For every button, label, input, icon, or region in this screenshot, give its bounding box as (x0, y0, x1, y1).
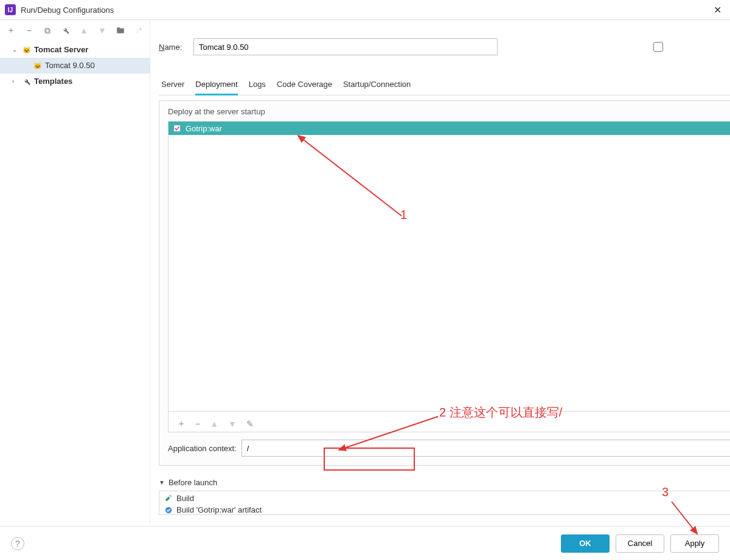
app-context-label: Application context: (168, 444, 237, 453)
tree-item-tomcat-server[interactable]: ⌄ 🐱 Tomcat Server (0, 42, 150, 58)
app-context-row: Application context: ▼ (159, 432, 730, 465)
main-area: ＋ − ⧉ ▲ ▼ ↓ª ⌄ 🐱 Tomcat Server 🐱 Tomcat … (0, 19, 730, 524)
close-icon[interactable]: ✕ (710, 3, 725, 17)
before-launch-item-label: Build (176, 494, 194, 503)
down-icon[interactable]: ▼ (97, 26, 107, 35)
config-tree: ⌄ 🐱 Tomcat Server 🐱 Tomcat 9.0.50 › Temp… (0, 41, 150, 524)
up-icon[interactable]: ▲ (210, 419, 218, 429)
name-row: Name: Store as project file ⚙ (159, 20, 730, 74)
tab-deployment[interactable]: Deployment (195, 77, 237, 95)
caret-down-icon: ▼ (159, 479, 165, 486)
tab-logs[interactable]: Logs (249, 77, 266, 95)
before-launch-header[interactable]: ▼ Before launch (159, 474, 730, 491)
name-input[interactable] (193, 38, 498, 55)
tab-code-coverage[interactable]: Code Coverage (277, 77, 332, 95)
up-icon[interactable]: ▲ (79, 26, 89, 35)
remove-icon[interactable]: − (24, 26, 34, 35)
deploy-section-title: Deploy at the server startup (159, 101, 730, 121)
deploy-toolbar: ＋ − ▲ ▼ ✎ (168, 412, 730, 432)
deploy-section: Deploy at the server startup Gotrip:war … (159, 100, 730, 466)
edit-icon[interactable]: ✎ (246, 419, 254, 429)
before-launch-item[interactable]: Build (159, 493, 730, 504)
app-context-input[interactable] (242, 440, 730, 457)
down-icon[interactable]: ▼ (228, 419, 237, 429)
chevron-down-icon[interactable]: ⌄ (12, 44, 21, 56)
artifact-icon (172, 123, 182, 133)
before-launch-section: ▼ Before launch Build Build 'Gotrip:war'… (159, 474, 730, 515)
tomcat-icon: 🐱 (22, 45, 32, 55)
window-title: Run/Debug Configurations (21, 5, 710, 15)
before-launch-item[interactable]: Build 'Gotrip:war' artifact (159, 504, 730, 515)
apply-button[interactable]: Apply (670, 534, 719, 553)
copy-icon[interactable]: ⧉ (43, 26, 52, 35)
tomcat-icon: 🐱 (33, 61, 43, 71)
right-panel: Name: Store as project file ⚙ Server Dep… (150, 20, 730, 524)
remove-icon[interactable]: − (195, 419, 200, 429)
ok-button[interactable]: OK (561, 534, 610, 553)
tree-label: Tomcat 9.0.50 (45, 60, 95, 72)
deploy-list[interactable]: Gotrip:war (168, 121, 730, 412)
svg-rect-0 (174, 125, 181, 132)
tree-item-templates[interactable]: › Templates (0, 74, 150, 89)
tab-server[interactable]: Server (161, 77, 184, 95)
app-icon: IJ (5, 4, 16, 15)
titlebar: IJ Run/Debug Configurations ✕ (0, 0, 730, 19)
name-label: Name: (159, 43, 185, 52)
add-icon[interactable]: ＋ (177, 418, 186, 429)
tree-label: Templates (34, 75, 72, 88)
store-checkbox[interactable] (506, 42, 730, 52)
before-launch-list[interactable]: Build Build 'Gotrip:war' artifact (159, 491, 730, 515)
app-context-input-wrap: ▼ (242, 440, 730, 457)
cancel-button[interactable]: Cancel (616, 534, 664, 553)
footer: ? OK Cancel Apply (0, 526, 730, 560)
store-as-project-row: Store as project file ⚙ (506, 29, 730, 65)
chevron-right-icon[interactable]: › (12, 75, 21, 88)
deploy-item[interactable]: Gotrip:war (169, 122, 730, 135)
artifact-icon (164, 506, 173, 514)
before-launch-item-label: Build 'Gotrip:war' artifact (176, 505, 262, 514)
tabs: Server Deployment Logs Code Coverage Sta… (159, 74, 730, 95)
tree-label: Tomcat Server (34, 44, 88, 56)
hammer-icon (164, 494, 173, 503)
config-sidebar: ＋ − ⧉ ▲ ▼ ↓ª ⌄ 🐱 Tomcat Server 🐱 Tomcat … (0, 20, 150, 524)
tree-item-tomcat-config[interactable]: 🐱 Tomcat 9.0.50 (0, 58, 150, 74)
tab-startup-connection[interactable]: Startup/Connection (343, 77, 411, 95)
sort-icon[interactable]: ↓ª (134, 26, 144, 35)
add-icon[interactable]: ＋ (6, 26, 16, 35)
folder-icon[interactable] (116, 26, 125, 35)
sidebar-toolbar: ＋ − ⧉ ▲ ▼ ↓ª (0, 20, 150, 41)
wrench-icon (22, 77, 32, 86)
deploy-item-label: Gotrip:war (186, 124, 222, 133)
help-icon[interactable]: ? (11, 537, 24, 550)
wrench-icon[interactable] (61, 26, 71, 35)
before-launch-label: Before launch (169, 478, 217, 487)
